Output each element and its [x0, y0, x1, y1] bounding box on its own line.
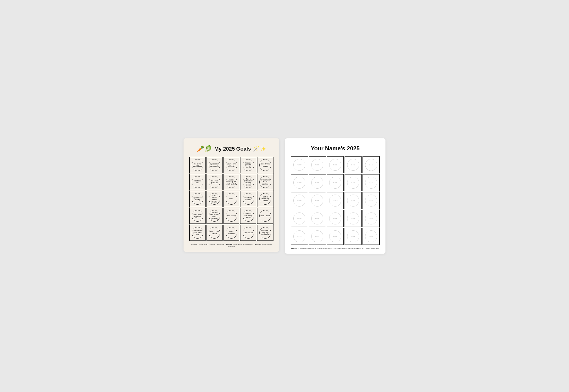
right-cell-text-9: Goal [369, 182, 373, 184]
magic-icon: 🪄✨ [253, 146, 266, 152]
left-cell-text-20: Dine at 8 new place in the city [192, 229, 203, 236]
right-cell-text-8: Goal [351, 182, 355, 184]
right-cell-22: Goal [327, 228, 344, 245]
left-cell-19: Read 5 books [257, 208, 273, 224]
left-cell-13: Update my LinkedIn [240, 191, 256, 207]
right-cell-text-12: FREE [333, 200, 338, 202]
right-bingo-card: Your Name's 2025 GoalGoalGoalGoalGoalGoa… [285, 138, 386, 254]
right-cell-text-3: Goal [351, 164, 355, 166]
right-cell-12: FREE [327, 192, 344, 209]
right-cell-13: Goal [344, 192, 361, 209]
left-cell-23: Save €5,000 [240, 225, 256, 241]
left-cell-text-6: Do 5 real push-ups [209, 180, 220, 184]
left-cell-2: Learn a new skill/craft [224, 157, 240, 173]
carrots-icon: 🥕🥬 [197, 145, 212, 153]
left-cell-text-17: Make 5 things [226, 214, 237, 217]
right-cell-1: Goal [309, 156, 326, 173]
left-cell-10: Explore a new country [190, 191, 206, 207]
right-cell-text-14: Goal [369, 200, 373, 202]
left-cell-text-16: Donate 50 items from the home (declutter… [209, 211, 220, 220]
right-cell-21: Goal [309, 228, 326, 245]
right-cell-text-7: Goal [333, 182, 337, 184]
left-cell-4: Cook 20 new recipes [257, 157, 273, 173]
left-cell-text-4: Cook 20 new recipes [260, 163, 271, 168]
left-cell-6: Do 5 real push-ups [207, 174, 223, 190]
left-cell-text-2: Learn a new skill/craft [226, 163, 237, 168]
left-cell-text-23: Save €5,000 [244, 231, 253, 234]
right-cell-text-23: Goal [351, 235, 355, 237]
cards-container: 🥕🥬 My 2025 Goals 🪄✨ Go to the dentist tw… [183, 138, 386, 254]
left-cell-text-12: FREE [229, 197, 234, 200]
left-cell-text-3: Create a personal website [243, 162, 254, 168]
right-cell-7: Goal [327, 174, 344, 191]
right-cell-3: Goal [344, 156, 361, 173]
right-card-header: Your Name's 2025 [291, 145, 380, 152]
right-cell-24: Goal [362, 228, 379, 245]
right-cell-20: Goal [291, 228, 308, 245]
right-cell-11: Goal [309, 192, 326, 209]
left-cell-12: FREE [224, 191, 240, 207]
right-cell-text-4: Goal [369, 164, 373, 166]
left-cell-text-24: Complete 1 language course level [260, 229, 271, 236]
left-cell-text-8: Take a professional learning course [243, 178, 254, 187]
right-cell-16: Goal [309, 210, 326, 227]
left-cell-text-19: Read 5 books [260, 214, 271, 217]
left-cell-text-9: Try meditation for 10 sessions [260, 179, 271, 185]
right-cell-8: Goal [344, 174, 361, 191]
left-cell-text-18: Attend 5 networking events [243, 212, 254, 219]
left-cell-20: Dine at 8 new place in the city [190, 225, 206, 241]
left-cell-21: Go to 24 cycle classes [207, 225, 223, 241]
right-cell-text-5: Goal [298, 182, 301, 184]
right-cell-text-15: Goal [298, 218, 301, 220]
right-cell-text-0: Goal [298, 164, 301, 166]
left-cell-text-7: Attend a workshop (not work-related) [226, 179, 237, 185]
right-cell-text-6: Goal [315, 182, 319, 184]
left-card-title: My 2025 Goals [214, 146, 251, 152]
right-cell-text-22: Goal [333, 235, 337, 237]
left-cell-text-13: Update my LinkedIn [243, 196, 254, 201]
right-cell-4: Goal [362, 156, 379, 173]
right-cell-19: Goal [362, 210, 379, 227]
right-card-footer: Round 1: 1 complete line (row, column, o… [291, 247, 380, 250]
left-cell-text-5: Visit 5 new cities [192, 180, 203, 184]
left-cell-22: Visit 10 museums [224, 225, 240, 241]
right-cell-0: Goal [291, 156, 308, 173]
right-cell-text-19: Goal [369, 218, 373, 220]
right-cell-text-17: Goal [333, 218, 337, 220]
left-cell-text-1: Cycle 100km in one session [209, 163, 220, 168]
left-cell-17: Make 5 things [224, 208, 240, 224]
left-cell-3: Create a personal website [240, 157, 256, 173]
right-cell-text-21: Goal [315, 235, 319, 237]
right-card-title: Your Name's 2025 [311, 145, 360, 152]
right-cell-10: Goal [291, 192, 308, 209]
right-cell-14: Goal [362, 192, 379, 209]
left-cell-text-10: Explore a new country [192, 196, 203, 201]
right-cell-text-2: Goal [333, 164, 337, 166]
right-cell-text-24: Goal [369, 235, 373, 237]
left-cell-11: Run 30 minutes without stopping [207, 191, 223, 207]
right-cell-text-13: Goal [351, 200, 355, 202]
right-cell-2: Goal [327, 156, 344, 173]
right-cell-17: Goal [327, 210, 344, 227]
left-cell-text-15: Plan a trip for my partner [192, 213, 203, 218]
right-cell-text-18: Goal [351, 218, 355, 220]
left-cell-8: Take a professional learning course [240, 174, 256, 190]
left-cell-text-22: Visit 10 museums [226, 230, 237, 235]
left-cell-9: Try meditation for 10 sessions [257, 174, 273, 190]
left-cell-5: Visit 5 new cities [190, 174, 206, 190]
right-cell-23: Goal [344, 228, 361, 245]
left-cell-16: Donate 50 items from the home (declutter… [207, 208, 223, 224]
left-cell-text-0: Go to the dentist twice [192, 163, 203, 168]
left-cell-text-21: Go to 24 cycle classes [209, 230, 220, 235]
left-card-header: 🥕🥬 My 2025 Goals 🪄✨ [189, 145, 273, 153]
right-cell-text-10: Goal [298, 200, 301, 202]
left-cell-text-14: Go to a festival/big concert [260, 196, 271, 202]
left-card-footer: Round 1: 1 complete line (row, column, o… [189, 243, 273, 248]
right-cell-text-20: Goal [298, 235, 301, 237]
right-cell-18: Goal [344, 210, 361, 227]
right-cell-text-11: Goal [315, 200, 319, 202]
right-cell-5: Goal [291, 174, 308, 191]
left-cell-15: Plan a trip for my partner [190, 208, 206, 224]
right-cell-15: Goal [291, 210, 308, 227]
right-cell-text-1: Goal [315, 164, 319, 166]
